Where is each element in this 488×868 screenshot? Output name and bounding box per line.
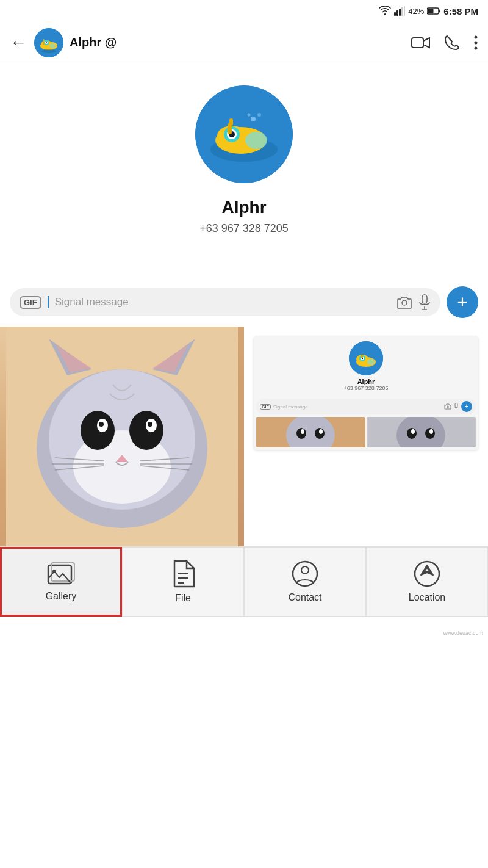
svg-rect-32 (229, 118, 233, 126)
svg-point-30 (245, 132, 267, 149)
svg-point-36 (402, 300, 407, 305)
svg-point-76 (319, 429, 323, 434)
mini-profile-name: Alphr (357, 378, 375, 385)
svg-point-52 (99, 422, 104, 427)
fab-add-button[interactable]: + (447, 286, 478, 318)
svg-point-19 (475, 35, 478, 38)
svg-point-73 (296, 428, 306, 439)
svg-rect-1 (396, 10, 398, 16)
profile-section: Alphr +63 967 328 7205 (0, 63, 488, 253)
mini-gif-badge: GIF (260, 404, 271, 410)
mini-image-2 (367, 417, 476, 447)
microphone-icon[interactable] (418, 294, 431, 310)
gallery-image-left (0, 327, 244, 546)
svg-point-78 (396, 417, 445, 447)
mini-camera-icon (444, 403, 451, 410)
more-options-icon[interactable] (473, 35, 478, 51)
svg-rect-16 (43, 39, 45, 42)
profile-phone: +63 967 328 7205 (199, 222, 289, 235)
mini-cat-2 (367, 417, 476, 447)
submarine-svg (34, 28, 63, 57)
svg-rect-6 (439, 10, 440, 13)
svg-rect-4 (404, 6, 405, 16)
cat-svg (6, 327, 238, 546)
cat-image (0, 327, 244, 546)
svg-point-34 (257, 113, 261, 117)
battery-percent: 42% (408, 7, 424, 16)
svg-rect-0 (394, 12, 396, 16)
svg-point-74 (315, 428, 325, 439)
svg-point-21 (475, 46, 478, 49)
gallery-icon (47, 562, 75, 586)
svg-point-33 (251, 117, 256, 121)
mini-avatar-row: Alphr +63 967 328 7205 (254, 336, 478, 396)
mini-image-grid (256, 417, 476, 447)
svg-rect-18 (412, 38, 423, 48)
message-placeholder[interactable]: Signal message (55, 296, 390, 308)
message-input-wrap: GIF Signal message (10, 288, 440, 316)
svg-point-35 (248, 114, 251, 117)
location-label: Location (409, 592, 446, 603)
svg-point-69 (447, 406, 449, 408)
contact-name: Alphr @ (70, 35, 411, 49)
gallery-cell-right: Alphr +63 967 328 7205 GIF Signal messag… (244, 327, 488, 546)
svg-point-85 (52, 570, 56, 573)
gallery-grid: Alphr +63 967 328 7205 GIF Signal messag… (0, 327, 488, 546)
back-button[interactable]: ← (10, 33, 27, 52)
phone-icon[interactable] (444, 35, 460, 51)
location-icon (414, 560, 440, 587)
svg-point-13 (46, 42, 47, 43)
wifi-icon (379, 6, 391, 16)
status-bar: 42% 6:58 PM (0, 0, 488, 22)
mini-cat-1 (256, 417, 365, 447)
svg-point-79 (407, 428, 417, 439)
mini-image-1 (256, 417, 365, 447)
mini-input-row: GIF Signal message + (256, 399, 476, 414)
mini-fab: + (461, 401, 472, 412)
mini-submarine-svg (349, 341, 383, 375)
mini-avatar (349, 341, 383, 375)
svg-point-20 (475, 41, 478, 44)
status-icons: 42% 6:58 PM (379, 6, 478, 16)
file-icon (171, 560, 195, 588)
svg-point-48 (81, 411, 115, 450)
profile-name: Alphr (221, 198, 266, 217)
svg-point-75 (301, 429, 304, 434)
mini-screenshot: Alphr +63 967 328 7205 GIF Signal messag… (254, 336, 478, 450)
svg-rect-15 (43, 42, 45, 45)
file-button[interactable]: File (122, 547, 244, 617)
gif-badge[interactable]: GIF (20, 296, 41, 309)
file-label: File (175, 593, 191, 604)
svg-rect-37 (422, 295, 427, 303)
location-button[interactable]: Location (366, 547, 488, 617)
profile-submarine-svg (195, 85, 293, 183)
message-input-row: GIF Signal message + (0, 278, 488, 327)
svg-point-72 (286, 417, 335, 447)
contact-button[interactable]: Contact (244, 547, 366, 617)
profile-avatar (195, 85, 293, 183)
svg-rect-2 (399, 9, 401, 16)
svg-point-80 (425, 428, 435, 439)
time-display: 6:58 PM (443, 6, 478, 16)
camera-icon[interactable] (396, 295, 412, 309)
content-area: Alphr +63 967 328 7205 GIF Signal messag… (0, 327, 488, 617)
mini-profile-phone: +63 967 328 7205 (344, 385, 389, 391)
svg-rect-68 (361, 355, 363, 358)
svg-point-81 (411, 429, 415, 434)
watermark: www.deuac.com (443, 630, 483, 636)
nav-actions (411, 35, 478, 51)
gallery-button[interactable]: Gallery (0, 547, 122, 617)
svg-point-17 (41, 49, 56, 53)
action-bar: Gallery File Contact (0, 546, 488, 617)
svg-point-82 (429, 429, 433, 434)
signal-icon (394, 6, 405, 16)
contact-label: Contact (288, 592, 321, 603)
video-call-icon[interactable] (411, 35, 431, 50)
svg-rect-70 (455, 403, 458, 407)
svg-point-14 (49, 43, 56, 48)
mini-placeholder: Signal message (273, 404, 442, 410)
battery-icon (427, 7, 440, 15)
svg-point-67 (367, 359, 375, 365)
svg-rect-7 (428, 9, 434, 13)
gallery-label: Gallery (46, 591, 77, 602)
